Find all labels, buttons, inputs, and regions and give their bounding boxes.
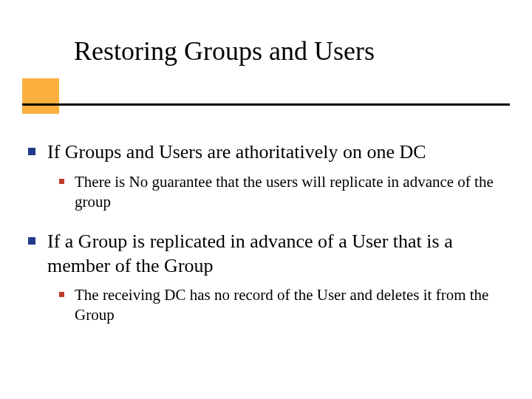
title-underline [22,103,510,106]
list-item-text: If Groups and Users are athoritatively o… [47,140,426,165]
list-item-text: If a Group is replicated in advance of a… [47,230,508,278]
square-bullet-icon [59,292,64,297]
list-item-text: The receiving DC has no record of the Us… [75,285,508,326]
square-bullet-icon [59,179,64,184]
list-item: If a Group is replicated in advance of a… [28,230,508,278]
list-item: The receiving DC has no record of the Us… [59,285,508,326]
title-accent-box [22,78,59,114]
square-bullet-icon [28,148,35,155]
square-bullet-icon [28,237,35,245]
list-item-text: There is No guarantee that the users wil… [75,172,508,213]
slide-body: If Groups and Users are athoritatively o… [28,140,508,344]
list-item: There is No guarantee that the users wil… [59,172,508,213]
list-item: If Groups and Users are athoritatively o… [28,140,508,165]
slide: Restoring Groups and Users If Groups and… [0,0,532,399]
slide-title: Restoring Groups and Users [74,35,375,66]
